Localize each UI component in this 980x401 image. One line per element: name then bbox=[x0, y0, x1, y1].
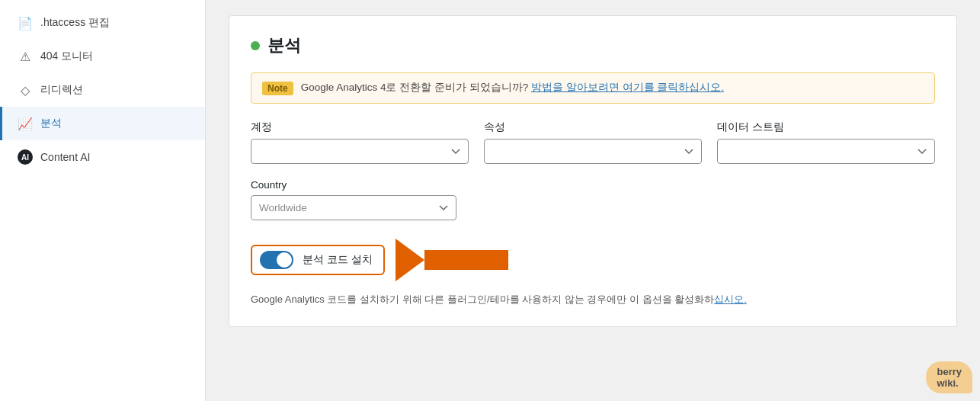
file-icon: 📄 bbox=[18, 15, 33, 30]
sidebar-item-redirect[interactable]: ◇ 리디렉션 bbox=[0, 73, 205, 107]
analytics-icon: 📈 bbox=[18, 116, 33, 131]
arrow-body bbox=[424, 250, 508, 270]
sidebar-item-label: .htaccess 편집 bbox=[40, 16, 110, 30]
toggle-wrapper: 분석 코드 설치 bbox=[251, 245, 385, 275]
warning-icon: ⚠ bbox=[18, 49, 33, 64]
sidebar-item-content-ai[interactable]: AI Content AI bbox=[0, 140, 205, 174]
data-stream-field-group: 데이터 스트림 bbox=[717, 120, 935, 164]
page-title: 분석 bbox=[267, 34, 301, 57]
account-label: 계정 bbox=[251, 120, 469, 134]
description-link[interactable]: 십시오. bbox=[714, 294, 747, 305]
analytics-card: 분석 Note Google Analytics 4로 전환할 준비가 되었습니… bbox=[229, 15, 957, 327]
note-link[interactable]: 방법을 알아보려면 여기를 클릭하십시오. bbox=[531, 82, 724, 93]
sidebar-item-label: 분석 bbox=[40, 117, 62, 130]
analytics-code-toggle[interactable] bbox=[260, 251, 293, 269]
data-stream-select[interactable] bbox=[717, 139, 935, 164]
sidebar-item-htaccess[interactable]: 📄 .htaccess 편집 bbox=[0, 6, 205, 40]
sidebar-item-label: 리디렉션 bbox=[40, 83, 83, 97]
property-select[interactable] bbox=[484, 139, 702, 164]
sidebar-item-404-monitor[interactable]: ⚠ 404 모니터 bbox=[0, 40, 205, 73]
arrow-indicator bbox=[396, 239, 508, 281]
description-text: Google Analytics 코드를 설치하기 위해 다른 플러그인/테마를… bbox=[251, 292, 784, 308]
main-content: 분석 Note Google Analytics 4로 전환할 준비가 되었습니… bbox=[206, 0, 980, 401]
watermark: berrywiki. bbox=[926, 361, 972, 393]
country-section: Country Worldwide bbox=[251, 179, 935, 220]
sidebar-item-label: 404 모니터 bbox=[40, 50, 93, 63]
property-label: 속성 bbox=[484, 120, 702, 134]
account-select[interactable] bbox=[251, 139, 469, 164]
fields-row: 계정 속성 데이터 스트림 bbox=[251, 120, 935, 164]
data-stream-label: 데이터 스트림 bbox=[717, 120, 935, 134]
status-dot bbox=[251, 41, 260, 50]
redirect-icon: ◇ bbox=[18, 82, 33, 98]
note-bar: Note Google Analytics 4로 전환할 준비가 되었습니까? … bbox=[251, 72, 935, 104]
country-select-wrap: Worldwide bbox=[251, 195, 456, 220]
ai-icon: AI bbox=[18, 149, 33, 165]
account-field-group: 계정 bbox=[251, 120, 469, 164]
country-label: Country bbox=[251, 179, 935, 191]
toggle-row: 분석 코드 설치 bbox=[251, 239, 935, 281]
property-field-group: 속성 bbox=[484, 120, 702, 164]
toggle-label: 분석 코드 설치 bbox=[303, 253, 373, 267]
section-header: 분석 bbox=[251, 34, 935, 57]
sidebar: 📄 .htaccess 편집 ⚠ 404 모니터 ◇ 리디렉션 📈 분석 AI … bbox=[0, 0, 206, 401]
note-badge: Note bbox=[262, 82, 293, 95]
sidebar-item-analytics[interactable]: 📈 분석 bbox=[0, 107, 205, 140]
country-select[interactable]: Worldwide bbox=[251, 195, 456, 220]
note-text: Google Analytics 4로 전환할 준비가 되었습니까? 방법을 알… bbox=[301, 81, 724, 95]
sidebar-item-label: Content AI bbox=[40, 151, 90, 163]
arrow-head-left bbox=[396, 239, 424, 281]
